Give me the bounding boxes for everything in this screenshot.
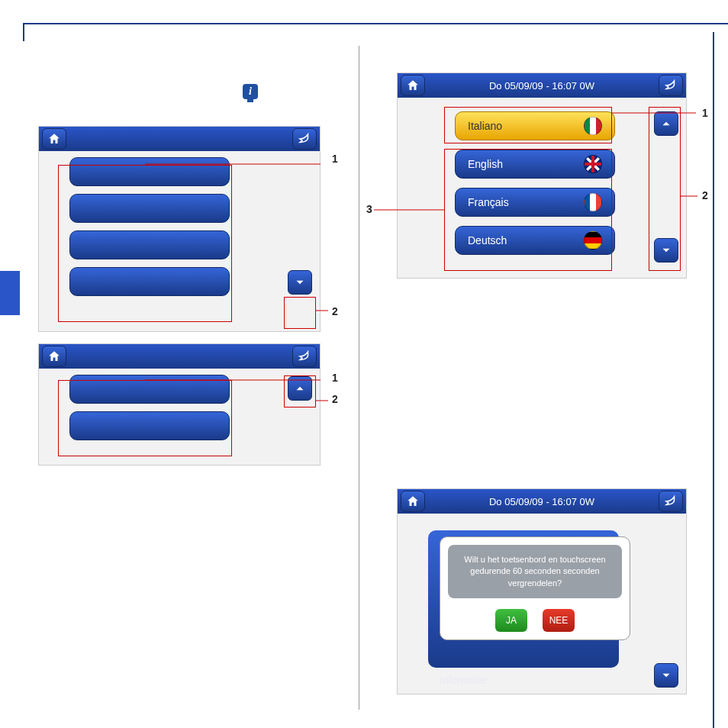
- callout-box: [58, 380, 232, 456]
- callout-number: 1: [332, 372, 338, 384]
- callout-number: 1: [702, 107, 708, 119]
- callout-box: [284, 297, 316, 329]
- callout-number: 2: [702, 189, 708, 201]
- title-bar: [39, 344, 320, 369]
- screen-title: Do 05/09/09 - 16:07 0W: [425, 496, 659, 507]
- callout-box: [58, 165, 232, 322]
- callout-box: [649, 107, 681, 271]
- callout-number: 2: [332, 305, 338, 317]
- callout-box: [444, 107, 612, 143]
- home-icon: [47, 132, 61, 146]
- callout-line: [145, 156, 328, 172]
- title-bar: [39, 127, 320, 151]
- confirm-dialog: Wilt u het toetsenbord en touchscreen ge…: [440, 536, 630, 640]
- info-icon: i: [243, 84, 258, 99]
- home-button[interactable]: [42, 128, 66, 150]
- back-icon: [664, 494, 678, 508]
- back-button[interactable]: [292, 128, 317, 150]
- back-icon: [664, 79, 678, 92]
- screen-content: Wilt u het toetsenbord en touchscreen ge…: [398, 514, 686, 695]
- home-icon: [406, 494, 420, 508]
- callout-line: [316, 397, 331, 404]
- title-bar: Do 05/09/09 - 16:07 0W: [398, 73, 686, 98]
- page-right-border: [713, 32, 714, 728]
- callout-line: [374, 206, 446, 214]
- home-button[interactable]: [42, 346, 66, 367]
- chevron-down-icon: [659, 668, 673, 682]
- scroll-down-button[interactable]: [654, 663, 678, 688]
- chevron-down-icon: [293, 275, 307, 289]
- callout-number: 2: [332, 393, 338, 405]
- callout-line: [316, 307, 331, 314]
- back-icon: [298, 132, 311, 146]
- back-button[interactable]: [292, 346, 317, 367]
- callout-number: 1: [332, 153, 338, 165]
- lock-dialog-screen: Do 05/09/09 - 16:07 0W Wilt u het toetse…: [397, 488, 687, 694]
- callout-box: [444, 149, 612, 271]
- home-button[interactable]: [401, 75, 425, 96]
- title-bar: Do 05/09/09 - 16:07 0W: [398, 489, 686, 514]
- home-icon: [47, 350, 61, 363]
- scroll-down-button[interactable]: [288, 270, 312, 295]
- dialog-message: Wilt u het toetsenbord en touchscreen ge…: [448, 545, 622, 598]
- column-divider: [359, 46, 359, 710]
- yes-button[interactable]: JA: [495, 609, 527, 632]
- back-button[interactable]: [659, 491, 683, 512]
- screen-title: Do 05/09/09 - 16:07 0W: [425, 80, 659, 92]
- callout-number: 3: [366, 203, 372, 215]
- back-button[interactable]: [659, 75, 683, 96]
- back-icon: [298, 350, 311, 363]
- page-edge-tab: [0, 271, 20, 315]
- background-menu-label: Informatie: [440, 674, 487, 686]
- no-button[interactable]: NEE: [543, 609, 575, 632]
- home-button[interactable]: [401, 491, 425, 512]
- home-icon: [406, 79, 420, 92]
- callout-line: [681, 192, 704, 200]
- page-top-border: [23, 23, 705, 41]
- callout-box: [284, 375, 316, 407]
